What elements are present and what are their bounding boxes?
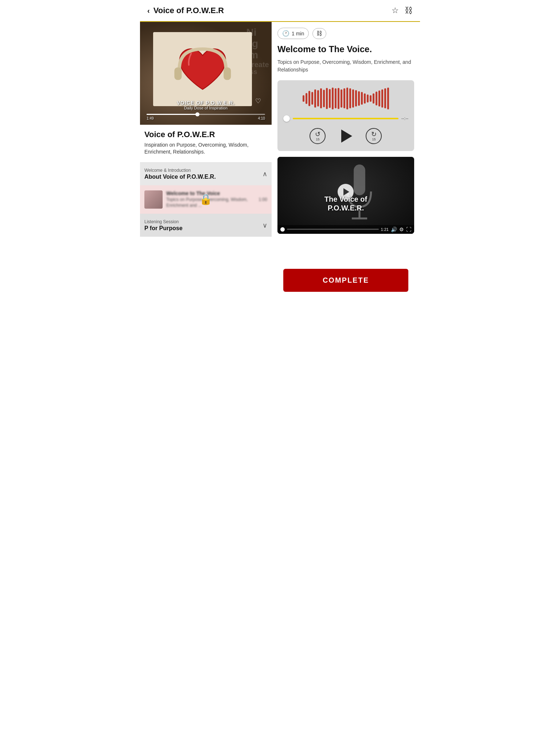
podcast-time-row: 1:49 4:10 <box>147 116 265 120</box>
video-progress-track[interactable] <box>287 229 379 230</box>
lock-icon: 🔒 <box>199 193 212 205</box>
link-button[interactable]: ⛓ <box>312 28 326 39</box>
video-time: 1:21 <box>381 227 389 232</box>
video-fullscreen-icon[interactable]: ⛶ <box>406 227 411 232</box>
video-title-line2: P.O.W.E.R. <box>328 204 364 212</box>
main-content: Ni ag im Create ess <box>140 22 420 298</box>
complete-button[interactable]: COMPLETE <box>283 269 408 292</box>
video-title-text: The Voice of P.O.W.E.R. <box>277 195 414 212</box>
waveform-bar-28 <box>384 88 386 108</box>
waveform-bar-27 <box>381 89 383 108</box>
podcast-label: VOICE OF P.O.W.E.R. Daily Dose of Inspir… <box>140 100 272 110</box>
audio-progress-row: --:-- <box>283 115 408 122</box>
podcast-progress-fill <box>147 114 198 115</box>
podcast-label-sub: Daily Dose of Inspiration <box>140 106 272 110</box>
podcast-info: Voice of P.O.W.E.R Inspiration on Purpos… <box>140 125 272 159</box>
svg-rect-2 <box>354 165 365 195</box>
complete-wrapper: COMPLETE <box>277 240 414 298</box>
audio-player: --:-- ↺ 15 ↻ 15 <box>277 80 414 151</box>
rewind-icon: ↺ <box>315 131 320 138</box>
episode-title: Welcome to The Voice. <box>277 44 414 55</box>
waveform-bar-2 <box>308 91 310 106</box>
waveform-bar-7 <box>323 90 325 107</box>
left-panel: Ni ag im Create ess <box>140 22 272 298</box>
section-welcome-header[interactable]: Welcome & Introduction About Voice of P.… <box>140 163 272 185</box>
waveform-bar-17 <box>352 89 354 108</box>
podcast-label-title: VOICE OF P.O.W.E.R. <box>140 100 272 106</box>
headphones-svg <box>158 36 247 102</box>
waveform-bar-8 <box>326 88 328 109</box>
waveform-bar-16 <box>349 88 351 108</box>
section-purpose-title: P for Purpose <box>144 225 183 232</box>
rewind-label: 15 <box>316 138 319 141</box>
waveform-bar-11 <box>335 88 337 108</box>
waveform-bar-15 <box>346 88 348 109</box>
waveform-bar-18 <box>355 90 357 107</box>
locked-episode-item[interactable]: Welcome to The Voice Topics on Purpose, … <box>140 185 272 214</box>
section-welcome: Welcome & Introduction About Voice of P.… <box>140 162 272 214</box>
forward-icon: ↻ <box>371 131 377 138</box>
waveform-bar-3 <box>311 92 313 105</box>
audio-progress-track[interactable] <box>293 118 398 119</box>
header: ‹ Voice of P.O.W.E.R ☆ ⛓ <box>140 0 420 22</box>
video-volume-icon[interactable]: 🔊 <box>391 227 397 232</box>
waveform-bar-13 <box>341 89 342 108</box>
waveform-bar-5 <box>317 90 319 107</box>
waveform-bar-29 <box>387 88 389 109</box>
back-button[interactable]: ‹ <box>147 7 150 15</box>
section-purpose-header[interactable]: Listening Session P for Purpose ∨ <box>140 214 272 237</box>
video-settings-icon[interactable]: ⚙ <box>399 227 404 232</box>
header-left: ‹ Voice of P.O.W.E.R <box>147 6 224 15</box>
svg-rect-1 <box>223 67 231 80</box>
podcast-progress-area: 1:49 4:10 <box>147 114 265 120</box>
waveform-bar-19 <box>358 91 360 106</box>
audio-time-remaining: --:-- <box>401 116 408 121</box>
waveform-bar-14 <box>343 88 345 108</box>
section-welcome-chevron-icon: ∧ <box>262 170 267 178</box>
waveform-bar-21 <box>364 93 366 104</box>
time-badge: 🕐 1 min <box>277 28 309 39</box>
section-welcome-label: Welcome & Introduction <box>144 168 216 173</box>
clock-icon: 🕐 <box>282 30 289 37</box>
waveform-bar-23 <box>370 95 372 102</box>
page-title: Voice of P.O.W.E.R <box>153 6 224 15</box>
section-purpose-labels: Listening Session P for Purpose <box>144 219 183 232</box>
share-button[interactable]: ⛓ <box>405 6 413 15</box>
video-player[interactable]: The Voice of P.O.W.E.R. 1:21 🔊 ⚙ ⛶ <box>277 157 414 234</box>
video-title-overlay: The Voice of P.O.W.E.R. <box>277 195 414 212</box>
play-triangle-icon <box>341 129 352 143</box>
bookmark-button[interactable]: ☆ <box>392 6 399 15</box>
podcast-progress-bar[interactable] <box>147 114 265 115</box>
podcast-current-time: 1:49 <box>147 116 153 120</box>
right-panel: 🕐 1 min ⛓ Welcome to The Voice. Topics o… <box>272 22 420 298</box>
podcast-title: Voice of P.O.W.E.R <box>144 130 267 139</box>
forward-button[interactable]: ↻ 15 <box>366 128 382 144</box>
waveform-bar-26 <box>378 90 380 107</box>
heart-container <box>153 32 252 106</box>
podcast-image-inner <box>153 32 252 106</box>
podcast-total-time: 4:10 <box>258 116 265 120</box>
audio-progress-thumb[interactable] <box>283 115 290 122</box>
waveform-bar-24 <box>373 93 374 104</box>
play-button[interactable] <box>337 127 355 145</box>
forward-label: 15 <box>372 138 376 141</box>
waveform-bar-20 <box>361 92 363 105</box>
waveform-bar-4 <box>314 89 316 108</box>
header-icons: ☆ ⛓ <box>392 6 413 15</box>
waveform-bar-0 <box>303 95 304 102</box>
waveform-bar-1 <box>306 93 307 104</box>
waveform-bar-25 <box>376 92 377 105</box>
rewind-button[interactable]: ↺ 15 <box>310 128 326 144</box>
video-play-triangle-icon <box>343 188 349 196</box>
podcast-progress-thumb <box>195 112 199 116</box>
section-purpose-chevron-icon: ∨ <box>262 221 267 229</box>
section-purpose-label: Listening Session <box>144 219 183 224</box>
podcast-heart-icon[interactable]: ♡ <box>255 97 261 105</box>
waveform <box>283 88 408 109</box>
waveform-bar-10 <box>332 88 334 109</box>
section-purpose: Listening Session P for Purpose ∨ <box>140 214 272 237</box>
time-badge-label: 1 min <box>292 31 304 36</box>
waveform-bar-22 <box>367 94 369 102</box>
audio-controls: ↺ 15 ↻ 15 <box>283 127 408 145</box>
podcast-image: Ni ag im Create ess <box>140 22 272 125</box>
